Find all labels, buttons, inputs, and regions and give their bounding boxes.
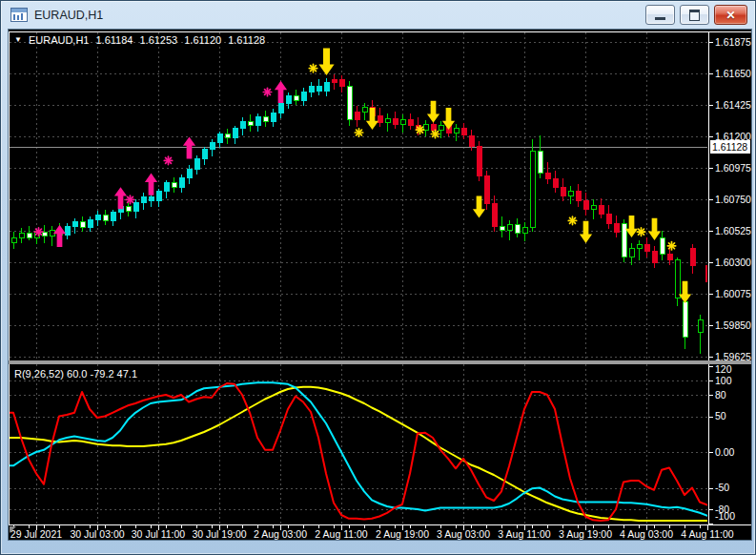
signal-markers: [34, 49, 691, 303]
chart-canvas[interactable]: 1.618751.616501.614251.612001.609751.607…: [9, 30, 751, 540]
candle-body: [408, 120, 413, 126]
candle-body: [507, 225, 512, 231]
sell-arrow-icon: [625, 216, 638, 237]
candle-body: [72, 222, 77, 226]
candle-body: [500, 226, 504, 230]
close-button[interactable]: ✕: [714, 5, 747, 25]
candle-body: [515, 225, 520, 234]
sell-arrow-icon: [473, 195, 485, 217]
time-label: 3 Aug 19:00: [559, 528, 612, 540]
candle-body: [698, 320, 703, 333]
candle-body: [202, 150, 207, 159]
candle-body: [156, 192, 161, 201]
header-close: 1.61128: [228, 34, 265, 46]
buy-arrow-icon: [53, 225, 66, 247]
candle-body: [385, 118, 390, 122]
time-axis[interactable]: 29 Jul 202130 Jul 03:0030 Jul 11:0030 Ju…: [10, 525, 734, 540]
buy-star-icon: [263, 88, 271, 95]
oscillator-tick-label: 100: [715, 375, 732, 386]
candle-body: [454, 129, 459, 133]
candle-body: [606, 214, 611, 223]
price-tick-label: 1.60075: [715, 288, 751, 299]
candle-body: [561, 187, 565, 195]
candle-body: [309, 87, 314, 92]
candle-body: [469, 135, 474, 147]
candle-body: [378, 115, 382, 122]
oscillator-tick-label: 120: [715, 363, 732, 375]
candle-body: [278, 103, 283, 113]
candle-body: [553, 178, 558, 187]
collapse-icon[interactable]: ▼: [14, 36, 22, 44]
candle-body: [431, 124, 436, 130]
mt4-chart-window: EURAUD,H1 ✕ 1.618751.616501.614251.61200…: [0, 0, 756, 555]
candle-body: [339, 79, 344, 86]
oscillator-axis[interactable]: 12010080500.00-50-80-100: [709, 363, 735, 524]
oscillator-tick-label: 80: [715, 389, 726, 401]
header-symbol: EURAUD,H1: [29, 34, 90, 46]
candle-body: [660, 237, 664, 255]
price-tick-label: 1.61875: [715, 36, 751, 48]
candle-body: [164, 183, 169, 192]
time-label: 3 Aug 11:00: [498, 528, 550, 540]
candle-body: [576, 192, 581, 201]
time-label: 30 Jul 03:00: [70, 528, 124, 540]
restore-button[interactable]: [680, 5, 709, 25]
candle-body: [27, 234, 31, 237]
candle-body: [19, 234, 24, 237]
oscillator-tick-label: -50: [715, 482, 729, 493]
buy-arrow-icon: [145, 174, 157, 195]
window-titlebar[interactable]: EURAUD,H1 ✕: [1, 1, 755, 29]
time-label: 4 Aug 03:00: [620, 528, 673, 540]
price-tick-label: 1.61650: [715, 68, 751, 79]
chart-client-area: 1.618751.616501.614251.612001.609751.607…: [9, 30, 751, 540]
close-icon: ✕: [725, 10, 735, 21]
candle-body: [675, 260, 680, 298]
sell-arrow-icon: [648, 218, 661, 240]
candle-body: [294, 96, 298, 100]
candle-body: [477, 147, 481, 176]
candle-body: [522, 228, 527, 234]
candle-body: [194, 159, 199, 169]
candle-body: [530, 151, 535, 228]
candle-body: [492, 204, 497, 227]
grid: [10, 32, 707, 524]
price-tick-label: 1.60975: [715, 162, 751, 174]
price-axis[interactable]: 1.618751.616501.614251.612001.609751.607…: [709, 36, 751, 362]
pane-separator[interactable]: [9, 360, 751, 364]
sell-arrow-icon: [366, 108, 378, 130]
price-tick-label: 1.60750: [715, 194, 751, 205]
minimize-button[interactable]: [645, 5, 675, 25]
time-label: 30 Jul 19:00: [192, 528, 246, 540]
price-tick-label: 1.61425: [715, 99, 751, 111]
sell-star-icon: [416, 126, 423, 134]
window-controls: ✕: [645, 5, 747, 25]
chart-window-icon: [10, 8, 28, 22]
price-tick-label: 1.60300: [715, 257, 751, 268]
price-tick-label: 1.59625: [715, 351, 751, 362]
header-low: 1.61120: [184, 34, 221, 46]
candle-body: [484, 176, 489, 204]
candle-body: [103, 216, 108, 221]
candle-body: [591, 205, 596, 209]
candle-body: [179, 177, 184, 187]
candle-body: [240, 121, 245, 128]
candle-body: [332, 79, 337, 82]
chart-ohlc-header: ▼ EURAUD,H1 1.61184 1.61253 1.61120 1.61…: [14, 34, 265, 46]
candle-body: [637, 244, 642, 248]
buy-arrow-icon: [275, 81, 287, 103]
time-label: 2 Aug 03:00: [254, 528, 307, 540]
candle-body: [210, 142, 215, 149]
candle-body: [690, 249, 695, 266]
oscillator-line-slow: [10, 387, 715, 521]
oscillator-tick-label: 0.00: [715, 446, 735, 458]
candle-body: [400, 120, 405, 124]
oscillator-tick-label: 50: [715, 410, 726, 421]
buy-star-icon: [164, 156, 172, 164]
candle-body: [423, 124, 428, 130]
candle-body: [667, 255, 672, 260]
buy-star-icon: [34, 228, 42, 236]
candle-body: [614, 223, 619, 232]
window-title: EURAUD,H1: [34, 9, 103, 22]
candle-body: [133, 202, 138, 211]
candle-body: [271, 113, 276, 122]
